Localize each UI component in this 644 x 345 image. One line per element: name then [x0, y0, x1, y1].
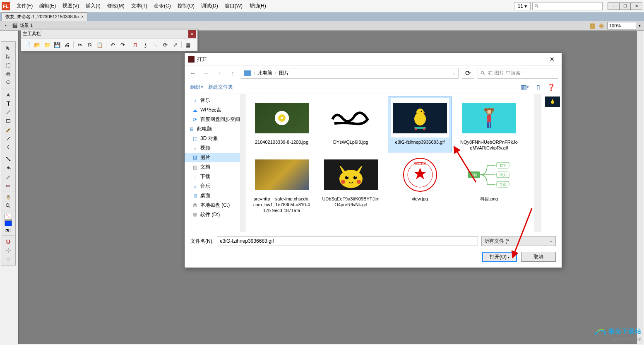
minimize-button[interactable]: ─ — [608, 2, 619, 10]
breadcrumb-dropdown[interactable]: ⌄ — [452, 71, 456, 75]
file-item[interactable]: src=http__safe-img.xhscdn.com_bw1_1e783b… — [250, 153, 314, 215]
nav-back-button[interactable]: ← — [188, 68, 198, 78]
brush-tool[interactable] — [1, 134, 15, 142]
sidebar-item-drive-c[interactable]: ⛃本地磁盘 (C:) — [185, 200, 240, 210]
view-mode-button[interactable]: ▥ ▾ — [520, 82, 529, 92]
file-grid-scrollbar[interactable] — [534, 94, 541, 232]
print-icon[interactable]: 🖨 — [63, 41, 71, 48]
filename-input[interactable] — [217, 236, 478, 246]
organize-button[interactable]: 组织 ▾ — [190, 84, 203, 91]
pencil-tool[interactable] — [1, 125, 15, 134]
menu-insert[interactable]: 插入(I) — [82, 1, 103, 11]
deco-tool[interactable] — [1, 143, 15, 151]
paint-bucket-tool[interactable] — [1, 164, 15, 172]
preview-pane-button[interactable]: ▯ — [533, 82, 543, 92]
selection-tool[interactable] — [1, 44, 15, 52]
menubar-search[interactable] — [532, 2, 603, 10]
file-item[interactable]: NQy8FNhHUebORPnFRkJogMVARjCvkpRv.gif — [457, 97, 521, 152]
smooth-icon[interactable]: ⟆ — [142, 41, 149, 48]
cut-icon[interactable]: ✂ — [76, 41, 84, 48]
goto-icon[interactable]: 📁 — [43, 41, 51, 48]
menu-command[interactable]: 命令(C) — [151, 1, 174, 11]
3d-rotation-tool[interactable] — [1, 70, 15, 78]
sidebar-item-videos[interactable]: ▹视频 — [185, 143, 240, 153]
subselection-tool[interactable] — [1, 53, 15, 61]
doc-tab[interactable]: 恢复_未命名-1_20230612150338.fla × — [2, 12, 87, 21]
help-button[interactable]: ❓ — [547, 82, 556, 92]
sidebar-item-wps[interactable]: ☁WPS云盘 — [185, 105, 240, 115]
zoom-small-dropdown[interactable]: 11 ▾ — [514, 2, 531, 10]
align-icon[interactable]: ▦ — [184, 41, 192, 48]
nav-recent-button[interactable]: ▾ — [214, 68, 224, 78]
file-item[interactable]: UDbSgEeF9a3tfK09BYTJjmO4purR9vNk.gif — [319, 153, 383, 215]
sidebar-item-music2[interactable]: ♪音乐 — [185, 181, 240, 191]
filetype-select[interactable]: 所有文件 (*⌄ — [481, 236, 556, 246]
undo-icon[interactable]: ↶ — [109, 41, 116, 48]
nav-up-button[interactable]: ↑ — [228, 68, 238, 78]
right-scrollbar[interactable] — [637, 31, 643, 344]
eraser-tool[interactable] — [1, 181, 15, 189]
bone-tool[interactable] — [1, 155, 15, 163]
save-icon[interactable]: 💾 — [53, 41, 61, 48]
maximize-button[interactable]: ☐ — [619, 2, 631, 10]
breadcrumb-folder[interactable]: 图片 — [279, 70, 289, 77]
option-tool-2[interactable]: ⟐ — [1, 255, 15, 263]
zoom-input[interactable] — [607, 22, 636, 29]
sidebar-item-music[interactable]: ♪音乐 — [185, 96, 240, 105]
menu-help[interactable]: 帮助(H) — [246, 1, 269, 11]
sidebar-scrollbar[interactable] — [240, 94, 246, 232]
snap-tool[interactable] — [1, 237, 15, 246]
free-transform-tool[interactable] — [1, 61, 15, 70]
line-tool[interactable] — [1, 108, 15, 116]
doc-tab-close[interactable]: × — [81, 14, 84, 19]
new-file-icon[interactable]: 📄 — [24, 41, 31, 48]
swap-colors[interactable]: ⬔↕ — [1, 227, 15, 234]
menu-window[interactable]: 窗口(W) — [221, 1, 246, 11]
dialog-close-button[interactable]: ✕ — [546, 54, 558, 64]
sidebar-item-documents[interactable]: ▤文档 — [185, 162, 240, 172]
sidebar-item-3d[interactable]: ◫3D 对象 — [185, 134, 240, 143]
file-item-selected[interactable]: e3iG-fzihnep3936683.gif — [388, 97, 452, 152]
menu-modify[interactable]: 修改(M) — [104, 1, 128, 11]
sidebar-item-desktop[interactable]: 🖥桌面 — [185, 191, 240, 200]
snap-icon[interactable]: ⊓ — [132, 41, 139, 48]
zoom-dropdown[interactable]: ▾ — [639, 23, 641, 28]
edit-symbols-icon[interactable]: ◈ — [598, 22, 605, 29]
breadcrumb-root[interactable]: 此电脑 — [257, 70, 272, 77]
open-button[interactable]: 打开(O) ▾ — [482, 252, 517, 262]
hand-tool[interactable] — [1, 193, 15, 201]
menu-text[interactable]: 文本(T) — [128, 1, 151, 11]
dialog-search-input[interactable]: 在 图片 中搜索 — [478, 68, 558, 79]
edit-scene-icon[interactable]: ▦ — [589, 22, 596, 29]
toolbar-close-button[interactable]: × — [188, 30, 196, 38]
rotate-icon[interactable]: ⟳ — [161, 41, 169, 48]
file-item[interactable]: 电远东国 view.jpg — [388, 153, 452, 215]
text-tool[interactable]: T — [1, 99, 15, 108]
copy-icon[interactable]: ⎘ — [86, 41, 94, 48]
option-tool-1[interactable]: ⊹ — [1, 246, 15, 254]
menu-view[interactable]: 视图(V) — [59, 1, 82, 11]
lasso-tool[interactable] — [1, 79, 15, 87]
back-icon[interactable]: ⇐ — [3, 22, 10, 29]
redo-icon[interactable]: ↷ — [119, 41, 126, 48]
file-item[interactable]: DYsWQLp6I8.jpg — [319, 97, 383, 152]
menu-control[interactable]: 控制(O) — [174, 1, 198, 11]
pen-tool[interactable] — [1, 91, 15, 99]
fill-color[interactable] — [5, 220, 12, 226]
eyedropper-tool[interactable] — [1, 172, 15, 181]
cancel-button[interactable]: 取消 — [521, 252, 556, 262]
new-folder-button[interactable]: 新建文件夹 — [208, 84, 233, 91]
nav-forward-button[interactable]: → — [201, 68, 211, 78]
sidebar-item-this-pc[interactable]: 🖥此电脑 — [185, 124, 240, 134]
sidebar-item-baidu[interactable]: ⟳百度网盘同步空间 — [185, 115, 240, 124]
menu-file[interactable]: 文件(F) — [13, 1, 36, 11]
sidebar-item-pictures[interactable]: 🖼图片 — [185, 153, 240, 162]
menu-edit[interactable]: 编辑(E) — [36, 1, 59, 11]
rectangle-tool[interactable] — [1, 117, 15, 125]
refresh-button[interactable]: ⟳ — [462, 68, 474, 79]
open-file-icon[interactable]: 📂 — [34, 41, 41, 48]
file-item[interactable]: 科目数学语文英语 科目.png — [457, 153, 521, 215]
file-item[interactable]: 210402103339-8-1200.jpg — [250, 97, 314, 152]
menu-debug[interactable]: 调试(D) — [198, 1, 221, 11]
straighten-icon[interactable]: ⟍ — [151, 41, 159, 48]
